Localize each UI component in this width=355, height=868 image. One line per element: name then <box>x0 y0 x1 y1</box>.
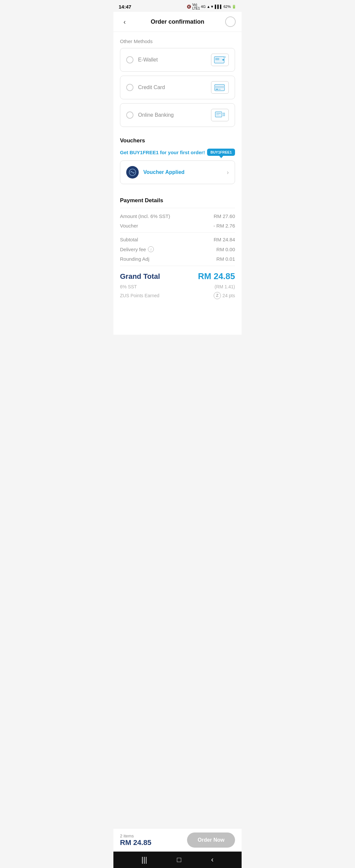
points-row: ZUS Points Earned Z 24 pts <box>120 292 235 299</box>
nav-home-icon[interactable]: □ <box>177 856 181 864</box>
rounding-adj-row: Rounding Adj RM 0.01 <box>120 256 235 262</box>
voucher-row: Voucher - RM 2.76 <box>120 223 235 228</box>
amount-sst-value: RM 27.60 <box>214 213 235 219</box>
ewallet-icon <box>211 54 229 66</box>
credit-label: Credit Card <box>138 85 165 90</box>
header: ‹ Order confirmation <box>114 12 241 32</box>
other-methods-label: Other Methods <box>114 32 241 48</box>
delivery-fee-info-icon[interactable]: i <box>148 246 154 252</box>
divider-1 <box>120 232 235 233</box>
voucher-icon <box>126 166 139 179</box>
mute-icon: 🔇 <box>187 5 191 9</box>
banking-label: Online Banking <box>138 112 174 118</box>
status-time: 14:47 <box>119 4 131 9</box>
z-icon: Z <box>214 292 221 299</box>
ewallet-option[interactable]: E-Wallet <box>120 48 235 72</box>
bottom-total: RM 24.85 <box>120 838 151 847</box>
subtotal-label: Subtotal <box>120 237 138 242</box>
svg-point-11 <box>131 171 132 172</box>
order-now-button[interactable]: Order Now <box>187 833 235 848</box>
nav-bar: ||| □ ‹ <box>114 851 241 868</box>
svg-rect-4 <box>215 86 225 88</box>
svg-rect-9 <box>216 115 219 115</box>
subtotal-value: RM 24.84 <box>214 237 235 242</box>
svg-point-12 <box>133 173 134 174</box>
main-content: Other Methods E-Wallet Cred <box>114 32 241 335</box>
payment-details-section: Payment Details Amount (Incl. 6% SST) RM… <box>114 191 241 305</box>
credit-left: Credit Card <box>126 84 165 91</box>
status-icons: 🔇 Vo)LTE1 4G ▲▼ ▌▌▌ 62% 🔋 <box>187 3 236 10</box>
battery-percentage: 62% <box>224 5 231 8</box>
signal-bars: ▌▌▌ <box>215 5 223 8</box>
vouchers-title: Vouchers <box>120 137 235 144</box>
svg-point-2 <box>223 59 224 61</box>
signal-icon: ▲▼ <box>207 5 214 8</box>
vouchers-section: Vouchers Get BUY1FREE1 for your first or… <box>114 131 241 184</box>
nav-recent-icon[interactable]: ||| <box>141 856 147 864</box>
sst-value: (RM 1.41) <box>215 284 235 289</box>
points-label: ZUS Points Earned <box>120 293 159 298</box>
svg-rect-6 <box>219 89 221 90</box>
promo-badge: BUY1FREE1 <box>207 149 235 156</box>
ewallet-left: E-Wallet <box>126 56 158 63</box>
network-info: Vo)LTE1 <box>192 3 200 10</box>
svg-rect-1 <box>215 58 219 60</box>
banking-left: Online Banking <box>126 112 174 119</box>
credit-icon <box>211 81 229 94</box>
header-action-circle[interactable] <box>225 17 236 27</box>
promo-banner: Get BUY1FREE1 for your first order! BUY1… <box>120 149 235 156</box>
svg-rect-8 <box>216 113 221 114</box>
divider-2 <box>120 266 235 266</box>
delivery-fee-row: Delivery fee i RM 0.00 <box>120 246 235 252</box>
banking-radio[interactable] <box>126 112 133 119</box>
sst-label: 6% SST <box>120 284 137 289</box>
credit-card-option[interactable]: Credit Card <box>120 75 235 99</box>
credit-radio[interactable] <box>126 84 133 91</box>
nav-back-icon[interactable]: ‹ <box>211 856 213 864</box>
points-count: 24 pts <box>223 293 235 298</box>
voucher-applied-card[interactable]: Voucher Applied › <box>120 160 235 184</box>
rounding-adj-label: Rounding Adj <box>120 256 149 262</box>
grand-total-row: Grand Total RM 24.85 <box>120 271 235 281</box>
subtotal-row: Subtotal RM 24.84 <box>120 237 235 242</box>
sst-row: 6% SST (RM 1.41) <box>120 284 235 289</box>
ewallet-radio[interactable] <box>126 56 133 63</box>
page-title: Order confirmation <box>130 19 225 25</box>
voucher-detail-label: Voucher <box>120 223 138 228</box>
banking-icon <box>211 109 229 121</box>
svg-rect-5 <box>216 89 218 90</box>
status-bar: 14:47 🔇 Vo)LTE1 4G ▲▼ ▌▌▌ 62% 🔋 <box>114 0 241 12</box>
voucher-applied-label: Voucher Applied <box>143 169 184 175</box>
voucher-chevron-icon: › <box>227 169 229 176</box>
bottom-bar: 2 items RM 24.85 Order Now <box>114 828 241 851</box>
delivery-fee-label: Delivery fee i <box>120 246 154 252</box>
points-value: Z 24 pts <box>214 292 235 299</box>
items-count: 2 items <box>120 834 151 838</box>
payment-methods-list: E-Wallet Credit Card <box>114 48 241 127</box>
promo-text: Get BUY1FREE1 for your first order! <box>120 150 205 155</box>
voucher-left: Voucher Applied <box>126 166 184 179</box>
4g-icon: 4G <box>201 5 206 8</box>
delivery-fee-value: RM 0.00 <box>216 247 235 252</box>
ewallet-label: E-Wallet <box>138 57 158 63</box>
amount-sst-row: Amount (Incl. 6% SST) RM 27.60 <box>120 213 235 219</box>
grand-total-value: RM 24.85 <box>198 271 235 281</box>
bottom-items-info: 2 items RM 24.85 <box>120 834 151 847</box>
amount-sst-label: Amount (Incl. 6% SST) <box>120 213 170 219</box>
rounding-adj-value: RM 0.01 <box>216 256 235 262</box>
back-button[interactable]: ‹ <box>119 17 130 27</box>
back-icon: ‹ <box>124 18 126 26</box>
payment-details-title: Payment Details <box>120 197 235 208</box>
banking-option[interactable]: Online Banking <box>120 103 235 127</box>
voucher-detail-value: - RM 2.76 <box>213 223 235 228</box>
grand-total-label: Grand Total <box>120 272 160 281</box>
battery-icon: 🔋 <box>232 5 236 9</box>
